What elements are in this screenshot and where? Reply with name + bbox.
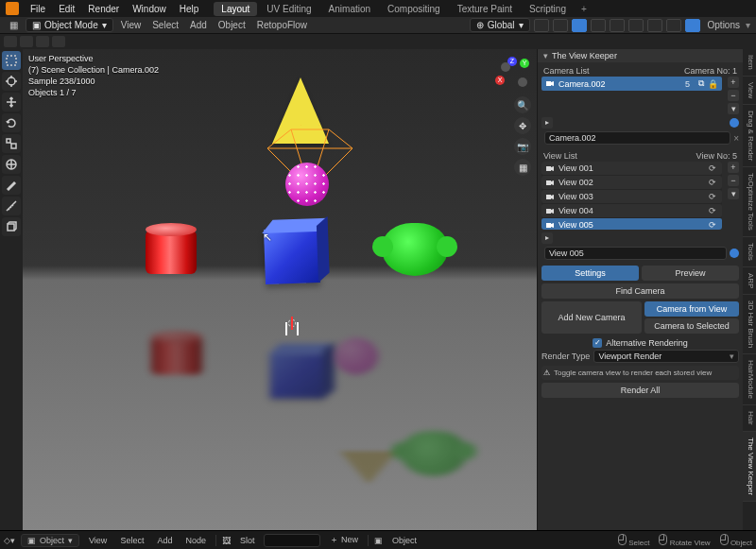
play-button[interactable]: ▸ bbox=[541, 117, 553, 129]
shading-rendered-button[interactable] bbox=[685, 19, 700, 32]
view-list-item[interactable]: View 001⟳ bbox=[541, 162, 722, 175]
render-icon[interactable]: ⧉ bbox=[698, 78, 704, 89]
header-add[interactable]: Add bbox=[186, 20, 211, 30]
record-indicator-icon[interactable] bbox=[730, 249, 739, 258]
n-tab-arp[interactable]: ARP bbox=[743, 267, 756, 295]
n-tab-item[interactable]: Item bbox=[743, 49, 756, 77]
add-view-button[interactable]: + bbox=[728, 162, 739, 173]
bottom-node[interactable]: Node bbox=[181, 536, 210, 545]
header-select[interactable]: Select bbox=[148, 20, 182, 30]
n-tab-tooptimize[interactable]: ToOptimize Tools bbox=[743, 167, 756, 237]
bottom-select[interactable]: Select bbox=[116, 536, 147, 545]
proportional-button[interactable] bbox=[553, 19, 568, 32]
slot-input[interactable] bbox=[264, 534, 320, 547]
tab-texture-paint[interactable]: Texture Paint bbox=[450, 2, 520, 16]
n-tab-drag-render[interactable]: Drag & Render bbox=[743, 105, 756, 167]
gizmo-visibility-button[interactable] bbox=[572, 19, 587, 32]
camera-from-view-button[interactable]: Camera from View bbox=[644, 301, 739, 317]
record-indicator-icon[interactable] bbox=[730, 118, 739, 128]
view-name-input[interactable] bbox=[544, 247, 727, 260]
refresh-icon[interactable]: ⟳ bbox=[709, 220, 718, 230]
n-tab-view[interactable]: View bbox=[743, 77, 756, 105]
overlay-button[interactable] bbox=[591, 19, 606, 32]
cursor-tool[interactable] bbox=[2, 72, 21, 91]
menu-window[interactable]: Window bbox=[127, 2, 172, 16]
bottom-add[interactable]: Add bbox=[153, 536, 176, 545]
tool-settings-item[interactable] bbox=[52, 36, 65, 47]
settings-button[interactable]: Settings bbox=[541, 266, 639, 281]
tool-settings-item[interactable] bbox=[4, 36, 17, 47]
menu-file[interactable]: File bbox=[25, 2, 51, 16]
menu-help[interactable]: Help bbox=[174, 2, 205, 16]
object-monkey[interactable] bbox=[382, 223, 448, 276]
tab-layout[interactable]: Layout bbox=[214, 2, 257, 16]
object-cube[interactable] bbox=[264, 228, 320, 284]
options-dropdown[interactable]: Options bbox=[708, 20, 740, 30]
snap-button[interactable] bbox=[534, 19, 549, 32]
add-cube-tool[interactable] bbox=[2, 217, 21, 236]
camera-gizmo-icon[interactable]: 📷 bbox=[514, 138, 531, 155]
nav-gizmo[interactable]: X Y Z bbox=[495, 57, 529, 91]
menu-edit[interactable]: Edit bbox=[53, 2, 80, 16]
menu-render[interactable]: Render bbox=[82, 2, 125, 16]
camera-list-item[interactable]: Camera.002 5 ⧉ 🔒 bbox=[541, 77, 722, 91]
3d-viewport[interactable]: User Perspective (7) Scene Collection | … bbox=[23, 49, 537, 530]
editor-type-icon[interactable]: ▦ bbox=[6, 20, 22, 30]
move-tool[interactable] bbox=[2, 93, 21, 112]
play-button[interactable]: ▸ bbox=[541, 232, 553, 244]
measure-tool[interactable] bbox=[2, 197, 21, 215]
camera-to-selected-button[interactable]: Camera to Selected bbox=[644, 318, 739, 334]
preview-button[interactable]: Preview bbox=[642, 266, 739, 281]
shading-wireframe-button[interactable] bbox=[628, 19, 644, 32]
object-icon[interactable]: ▣ bbox=[374, 536, 383, 545]
view-list-item[interactable]: View 003⟳ bbox=[541, 190, 722, 203]
add-workspace-button[interactable]: + bbox=[576, 2, 593, 16]
find-camera-button[interactable]: Find Camera bbox=[541, 283, 739, 299]
scale-tool[interactable] bbox=[2, 134, 21, 153]
refresh-icon[interactable]: ⟳ bbox=[709, 206, 718, 215]
lock-icon[interactable]: 🔒 bbox=[708, 79, 718, 89]
rotate-tool[interactable] bbox=[2, 113, 21, 132]
perspective-gizmo-icon[interactable]: ▦ bbox=[514, 159, 531, 176]
header-retopoflow[interactable]: RetopoFlow bbox=[253, 20, 311, 30]
tab-compositing[interactable]: Compositing bbox=[380, 2, 448, 16]
remove-view-button[interactable]: − bbox=[728, 175, 739, 186]
transform-tool[interactable] bbox=[2, 155, 21, 174]
header-view[interactable]: View bbox=[117, 20, 146, 30]
tool-settings-item[interactable] bbox=[20, 36, 33, 47]
bottom-mode-dropdown[interactable]: ▣ Object ▾ bbox=[21, 534, 79, 547]
new-button[interactable]: ＋ New bbox=[326, 534, 362, 546]
tab-uv-editing[interactable]: UV Editing bbox=[259, 2, 318, 16]
header-object[interactable]: Object bbox=[215, 20, 249, 30]
alt-render-checkbox[interactable]: ✓ bbox=[593, 338, 602, 348]
image-icon[interactable]: 🖼 bbox=[222, 536, 231, 545]
view-list-menu-button[interactable]: ▾ bbox=[728, 188, 739, 199]
orientation-dropdown[interactable]: ⊕ Global ▾ bbox=[470, 18, 530, 32]
tab-animation[interactable]: Animation bbox=[321, 2, 378, 16]
editor-type-icon[interactable]: ◇▾ bbox=[4, 536, 15, 545]
zoom-gizmo-icon[interactable]: 🔍 bbox=[514, 96, 531, 113]
camera-list-menu-button[interactable]: ▾ bbox=[728, 103, 739, 114]
n-tab-view-keeper[interactable]: The View Keeper bbox=[743, 432, 756, 502]
xray-button[interactable] bbox=[610, 19, 625, 32]
object-sphere[interactable] bbox=[285, 163, 329, 206]
view-list-item[interactable]: View 002⟳ bbox=[541, 176, 722, 189]
refresh-icon[interactable]: ⟳ bbox=[709, 192, 718, 201]
n-tab-3d-hair-brush[interactable]: 3D Hair Brush bbox=[743, 295, 756, 354]
view-list-item[interactable]: View 004⟳ bbox=[541, 204, 722, 217]
n-tab-hair[interactable]: Hair bbox=[743, 405, 756, 432]
add-new-camera-button[interactable]: Add New Camera bbox=[541, 301, 642, 334]
tool-settings-item[interactable] bbox=[36, 36, 49, 47]
mode-dropdown[interactable]: ▣ Object Mode ▾ bbox=[26, 18, 113, 32]
annotate-tool[interactable] bbox=[2, 176, 21, 195]
select-box-tool[interactable] bbox=[2, 51, 21, 70]
camera-name-input[interactable] bbox=[544, 131, 730, 145]
object-cylinder[interactable] bbox=[146, 229, 197, 274]
refresh-icon[interactable]: ⟳ bbox=[709, 178, 718, 187]
clear-icon[interactable]: × bbox=[733, 133, 739, 144]
shading-material-button[interactable] bbox=[666, 19, 681, 32]
tab-scripting[interactable]: Scripting bbox=[522, 2, 574, 16]
shading-solid-button[interactable] bbox=[647, 19, 662, 32]
refresh-icon[interactable]: ⟳ bbox=[709, 163, 718, 173]
panel-header[interactable]: ▾ The View Keeper bbox=[538, 49, 743, 62]
